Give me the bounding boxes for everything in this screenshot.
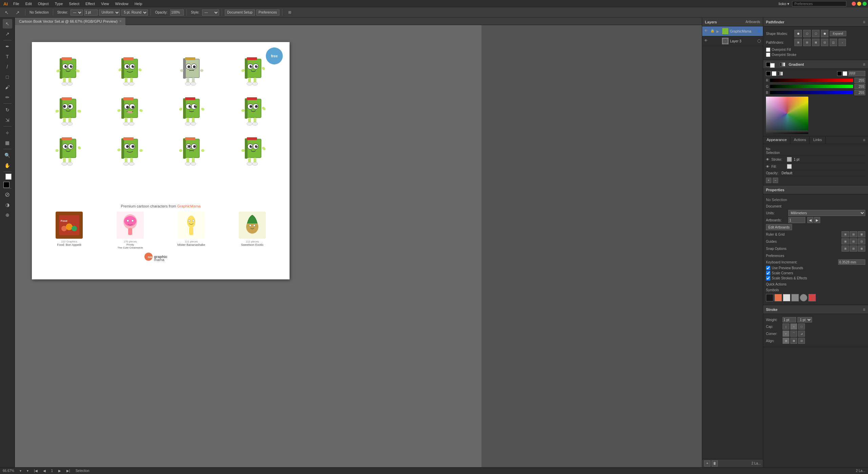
- appear-fill-swatch[interactable]: [787, 164, 792, 169]
- color-r-bar[interactable]: [770, 79, 853, 82]
- canvas-area[interactable]: free: [15, 25, 481, 467]
- window-close-btn[interactable]: [852, 2, 856, 6]
- color-g-input[interactable]: 255: [854, 84, 865, 89]
- units-select[interactable]: Millimeters: [788, 210, 865, 216]
- scale-tool[interactable]: ⇲: [3, 115, 12, 125]
- stroke-bevel-corner[interactable]: ⊿: [798, 331, 805, 337]
- arrange-btn[interactable]: ⊞: [285, 8, 295, 17]
- appear-del-btn[interactable]: −: [773, 178, 778, 183]
- pf-merge-btn[interactable]: ⊠: [812, 39, 820, 46]
- ruler-btn[interactable]: ⊞: [842, 231, 849, 237]
- bg-swatch-large[interactable]: [772, 71, 776, 76]
- style-select[interactable]: —: [202, 9, 219, 16]
- stroke-inside-align[interactable]: ⊞: [790, 338, 797, 344]
- preferences-btn[interactable]: Preferences: [256, 9, 279, 16]
- stroke-points-select[interactable]: 5 pt. Round: [121, 9, 148, 16]
- use-preview-bounds-checkbox[interactable]: [766, 266, 770, 270]
- promo-link[interactable]: GraphicMama: [177, 204, 201, 208]
- opacity-input[interactable]: [170, 9, 184, 16]
- keyboard-increment-input[interactable]: [838, 259, 865, 265]
- symbol-sprayer[interactable]: ⊕: [3, 210, 12, 220]
- layers-delete-btn[interactable]: 🗑: [712, 460, 718, 467]
- guide-btn3[interactable]: ⊡: [858, 238, 865, 244]
- artboard-prev-btn[interactable]: ◀: [807, 217, 813, 223]
- blend-tool[interactable]: ⟡: [3, 128, 12, 137]
- window-maximize-btn[interactable]: [863, 2, 867, 6]
- stroke-center-align[interactable]: ⊟: [783, 338, 789, 344]
- guide-btn2[interactable]: ⊟: [850, 238, 857, 244]
- menu-effect[interactable]: Effect: [83, 1, 98, 6]
- appear-stroke-swatch[interactable]: [787, 157, 792, 162]
- nav-next-btn[interactable]: ▶: [58, 469, 61, 473]
- stroke-miter-corner[interactable]: ⌐: [783, 331, 789, 337]
- pf-outline-btn[interactable]: ◫: [830, 39, 837, 46]
- snap-btn3[interactable]: ⊠: [858, 245, 865, 252]
- pathfinder-close-btn[interactable]: ≡: [863, 20, 865, 24]
- brightness-bar[interactable]: [766, 131, 808, 134]
- pf-trim-btn[interactable]: ⊟: [803, 39, 811, 46]
- stroke-weight-input[interactable]: [783, 317, 796, 322]
- shape-tool[interactable]: □: [3, 72, 12, 82]
- tab-actions[interactable]: Actions: [790, 136, 810, 144]
- pf-intersect-btn[interactable]: ⬡: [812, 30, 820, 37]
- color-mode-btn2[interactable]: [843, 71, 847, 76]
- layer2-lock-icon[interactable]: [710, 39, 715, 43]
- color-panel-close[interactable]: ≡: [863, 62, 865, 67]
- line-tool[interactable]: /: [3, 62, 12, 72]
- stroke-outside-align[interactable]: ⊡: [798, 338, 805, 344]
- pencil-tool[interactable]: ✏: [3, 93, 12, 102]
- color-b-input[interactable]: 255: [854, 90, 865, 95]
- menu-object[interactable]: Object: [35, 1, 52, 6]
- layer2-visibility-icon[interactable]: 👁: [704, 39, 709, 43]
- color-mode-btn1[interactable]: [837, 71, 842, 76]
- grid-type-btn[interactable]: ⊠: [858, 231, 865, 237]
- hex-value-input[interactable]: [848, 71, 865, 76]
- layer-item-layer3[interactable]: 👁 Layer 3: [702, 36, 763, 46]
- pf-minus-front-btn[interactable]: ⬠: [803, 30, 811, 37]
- artboard-next-btn[interactable]: ▶: [814, 217, 820, 223]
- stroke-square-cap[interactable]: □: [798, 323, 805, 330]
- stroke-type-select[interactable]: Uniform: [99, 9, 120, 16]
- hand-tool[interactable]: ✋: [3, 161, 12, 170]
- menu-file[interactable]: File: [11, 1, 22, 6]
- color-r-input[interactable]: 255: [854, 78, 865, 83]
- stroke-color-select[interactable]: —: [71, 9, 83, 16]
- zoom-tool[interactable]: 🔍: [3, 151, 12, 160]
- type-tool[interactable]: T: [3, 52, 12, 61]
- document-tab[interactable]: Cartoon Book Vector Set.ai @ 66.67% (RGB…: [15, 18, 126, 25]
- direct-selection-tool[interactable]: ↗: [3, 29, 12, 39]
- gradient-fill-btn[interactable]: ◑: [3, 200, 12, 210]
- nav-prev-btn[interactable]: ◀: [43, 469, 46, 473]
- menu-select[interactable]: Select: [66, 1, 82, 6]
- pf-expand-btn[interactable]: Expand: [830, 31, 846, 36]
- background-color-swatch[interactable]: [5, 174, 12, 180]
- symbol-orange[interactable]: [774, 294, 782, 301]
- layer-expand-icon[interactable]: ▶: [716, 29, 721, 33]
- nav-last-btn[interactable]: ▶|: [66, 469, 70, 473]
- snap-btn1[interactable]: ⊞: [842, 245, 849, 252]
- pathfinder-panel-header[interactable]: Pathfinder ≡: [763, 18, 868, 26]
- stroke-round-cap[interactable]: ○: [790, 323, 797, 330]
- rotate-tool[interactable]: ↻: [3, 105, 12, 115]
- fg-swatch-large[interactable]: [766, 71, 771, 76]
- scale-corners-checkbox[interactable]: [766, 271, 770, 275]
- selection-tool[interactable]: ↖: [3, 19, 12, 28]
- pf-divide-btn[interactable]: ⊞: [794, 39, 802, 46]
- stroke-width-input[interactable]: [84, 9, 98, 16]
- menu-edit[interactable]: Edit: [23, 1, 35, 6]
- stroke-butt-cap[interactable]: |: [783, 323, 789, 330]
- pf-unite-btn[interactable]: ⬟: [794, 30, 802, 37]
- pf-crop-btn[interactable]: ⊡: [821, 39, 828, 46]
- symbol-light[interactable]: [783, 294, 790, 301]
- menu-help[interactable]: Help: [132, 1, 145, 6]
- symbol-dark[interactable]: [766, 294, 773, 301]
- stroke-panel-close[interactable]: ≡: [863, 307, 865, 312]
- layer-item-graphicmama[interactable]: 👁 🔒 ▶ GraphicMama: [702, 26, 763, 36]
- grid-btn[interactable]: ⊟: [850, 231, 857, 237]
- pen-tool[interactable]: ✒: [3, 42, 12, 51]
- symbol-red[interactable]: [808, 294, 816, 301]
- menu-window[interactable]: Window: [113, 1, 131, 6]
- doc-tab-close[interactable]: ×: [120, 19, 122, 23]
- color-b-bar[interactable]: [770, 91, 853, 94]
- symbol-circle[interactable]: [800, 294, 807, 301]
